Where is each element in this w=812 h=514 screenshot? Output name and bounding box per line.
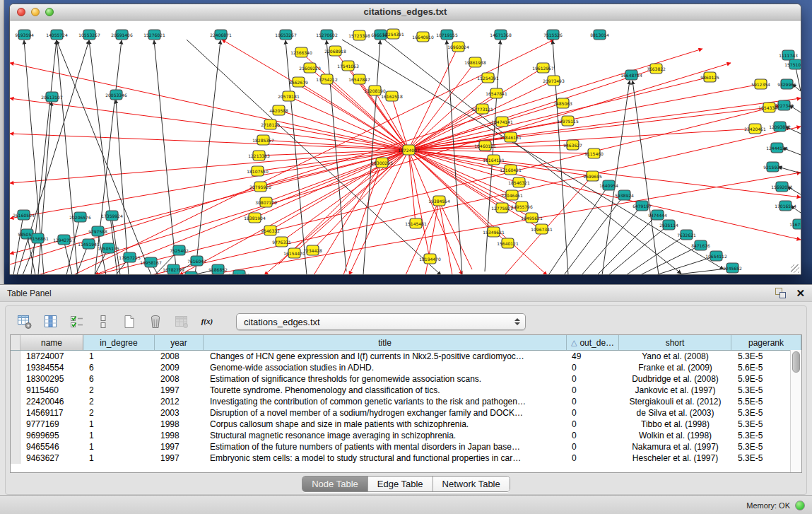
cell-in[interactable]: 6 — [83, 373, 155, 385]
graph-node[interactable]: 23420461 — [744, 124, 766, 134]
cell-short[interactable]: Franke et al. (2009) — [619, 362, 731, 373]
cell-year[interactable]: 1998 — [155, 419, 204, 430]
cell-short[interactable]: Wolkin et al. (1998) — [619, 430, 731, 441]
table-row[interactable]: 1456911722003Disruption of a novel membe… — [11, 407, 801, 419]
graph-node[interactable]: 9329966 — [777, 79, 796, 89]
graph-node[interactable]: 20691406 — [111, 30, 133, 40]
graph-edge[interactable] — [656, 256, 716, 274]
graph-edge[interactable] — [10, 150, 408, 183]
float-panel-icon[interactable] — [775, 288, 786, 298]
graph-edge[interactable] — [13, 215, 23, 274]
graph-node[interactable]: 10654112 — [705, 251, 727, 261]
graph-node[interactable]: 9215935 — [763, 162, 782, 172]
graph-node[interactable]: 12444134 — [766, 143, 788, 153]
graph-node[interactable]: 2935114 — [659, 220, 678, 230]
graph-node[interactable]: 10653267 — [275, 30, 297, 40]
graph-node[interactable]: 7632621 — [677, 230, 696, 240]
cell-title[interactable]: Tourette syndrome. Phenomenology and cla… — [204, 385, 567, 396]
graph-node[interactable]: 7515526 — [543, 30, 563, 40]
delete-column-button[interactable] — [146, 313, 165, 331]
column-header-year[interactable]: year — [155, 335, 204, 350]
table-row[interactable]: 1872400712008Changes of HCN gene express… — [11, 351, 801, 362]
close-window-button[interactable] — [17, 8, 25, 16]
cell-out[interactable]: 0 — [567, 452, 619, 464]
network-table-select[interactable]: citations_edges.txt — [236, 313, 526, 330]
graph-node[interactable]: 18495621 — [521, 213, 543, 223]
cell-short[interactable]: Dudbridge et al. (2008) — [619, 373, 731, 385]
graph-node[interactable]: 9860125 — [700, 72, 719, 82]
create-column-button[interactable] — [120, 313, 139, 331]
graph-edge[interactable] — [408, 78, 488, 150]
table-row[interactable]: 977716911998Corpus callosum shape and si… — [11, 419, 801, 430]
cell-out[interactable]: 0 — [567, 362, 619, 373]
cell-in[interactable]: 1 — [83, 419, 155, 430]
column-header-out-de-[interactable]: △out_de… — [567, 335, 619, 350]
graph-node[interactable]: 12975115 — [557, 116, 579, 126]
cell-title[interactable]: Disruption of a novel member of a sodium… — [204, 407, 567, 419]
graph-node[interactable]: 12942757 — [53, 235, 75, 245]
graph-edge[interactable] — [195, 40, 220, 274]
table-row[interactable]: 969969511998Structural magnetic resonanc… — [11, 430, 801, 441]
table-row[interactable]: 1938455462009Genome-wide association stu… — [11, 362, 801, 373]
table-row[interactable]: 1830029562008Estimation of significance … — [11, 373, 801, 385]
cell-name[interactable]: 18724007 — [20, 351, 83, 362]
graph-node[interactable]: 20613107 — [41, 92, 63, 102]
graph-node[interactable]: 15349621 — [483, 227, 505, 237]
cell-short[interactable]: de Silva et al. (2003) — [619, 407, 731, 419]
window-titlebar[interactable]: citations_edges.txt — [10, 4, 801, 21]
window-resize-grip[interactable] — [791, 264, 799, 273]
graph-node[interactable]: 14055724 — [46, 30, 68, 40]
graph-node[interactable]: 9245652 — [723, 263, 742, 273]
cell-out[interactable]: 49 — [567, 351, 619, 362]
graph-node[interactable]: 16782759 — [163, 264, 184, 274]
graph-node[interactable]: 17359924 — [101, 211, 123, 221]
cell-in[interactable]: 1 — [83, 452, 155, 464]
graph-edge[interactable] — [408, 98, 801, 150]
graph-node[interactable]: 17541063 — [337, 61, 359, 71]
cell-short[interactable]: Tibbo et al. (1998) — [619, 419, 731, 430]
graph-node[interactable]: 10719155 — [436, 30, 458, 40]
minimize-window-button[interactable] — [31, 8, 40, 16]
cell-in[interactable]: 2 — [83, 385, 155, 396]
graph-node[interactable]: 18546321 — [508, 177, 530, 187]
network-canvas[interactable]: 9193594140557241055326720691406152760212… — [10, 21, 801, 274]
cell-year[interactable]: 1998 — [155, 430, 204, 441]
graph-node[interactable]: 21609220 — [299, 63, 321, 73]
cell-year[interactable]: 1997 — [155, 385, 204, 396]
cell-in[interactable]: 1 — [83, 430, 155, 441]
graph-node[interactable]: 19861938 — [464, 57, 486, 67]
cell-out[interactable]: 0 — [567, 385, 619, 396]
cell-year[interactable]: 1997 — [155, 452, 204, 464]
row-height-button[interactable] — [94, 313, 112, 331]
cell-short[interactable]: Hescheler et al. (1997) — [619, 452, 731, 464]
cell-year[interactable]: 2008 — [155, 373, 204, 385]
graph-node[interactable]: 11254391 — [477, 73, 499, 83]
graph-node[interactable]: 15751074 — [784, 59, 801, 69]
table-row[interactable]: 2242004622012Investigating the contribut… — [11, 396, 801, 407]
select-columns-button[interactable] — [68, 313, 86, 331]
function-builder-button[interactable]: f(x) — [199, 313, 217, 331]
tab-edge-table[interactable]: Edge Table — [368, 477, 433, 491]
cell-name[interactable]: 22420046 — [20, 396, 83, 407]
cell-out[interactable]: 0 — [567, 407, 619, 419]
table-row[interactable]: 911546021997Tourette syndrome. Phenomeno… — [11, 385, 801, 396]
graph-node[interactable]: 9193594 — [15, 30, 34, 40]
cell-out[interactable]: 0 — [567, 441, 619, 452]
cell-title[interactable]: Estimation of the future numbers of pati… — [204, 441, 567, 452]
graph-node[interactable]: 12093872 — [769, 122, 791, 132]
cell-year[interactable]: 2012 — [155, 396, 204, 407]
graph-node[interactable]: 1167533 — [789, 219, 801, 229]
graph-node[interactable]: 16648784 — [620, 70, 642, 80]
cell-title[interactable]: Investigating the contribution of common… — [204, 396, 567, 407]
cell-out[interactable]: 0 — [567, 373, 619, 385]
cell-out[interactable]: 0 — [567, 396, 619, 407]
graph-node[interactable]: 22406871 — [210, 30, 232, 40]
cell-year[interactable]: 2009 — [155, 362, 204, 373]
graph-node[interactable]: 9186852 — [208, 264, 228, 274]
cell-year[interactable]: 1997 — [155, 441, 204, 452]
graph-node[interactable]: 26160504 — [13, 210, 35, 220]
graph-node[interactable]: 12213383 — [248, 151, 270, 160]
cell-name[interactable]: 9463627 — [20, 452, 83, 464]
column-header-title[interactable]: title — [204, 335, 567, 350]
graph-node[interactable]: 19958167 — [140, 257, 162, 267]
